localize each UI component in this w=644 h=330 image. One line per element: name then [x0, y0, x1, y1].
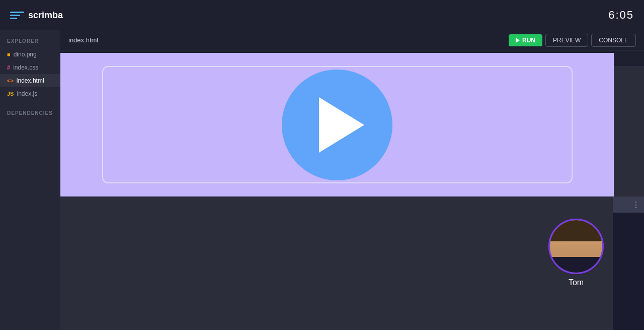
- avatar-container: Tom: [548, 219, 604, 287]
- timer: 6:05: [608, 9, 634, 22]
- logo-icon: [10, 10, 24, 21]
- css-icon: #: [7, 64, 10, 71]
- console-panel: ⋮: [613, 196, 644, 330]
- sidebar-item-index-js[interactable]: JS index.js: [0, 87, 60, 100]
- sidebar: EXPLORER ■ dino.png # index.css <> index…: [0, 30, 60, 330]
- sidebar-item-index-css[interactable]: # index.css: [0, 61, 60, 74]
- sidebar-item-label: index.html: [17, 77, 44, 84]
- preview-purple: [60, 53, 614, 196]
- topbar: scrimba 6:05: [0, 0, 644, 30]
- preview-area: Tom ⋮: [60, 30, 644, 330]
- avatar-hair: [550, 220, 602, 241]
- console-top-bar: ⋮: [613, 196, 644, 213]
- js-icon: JS: [7, 91, 14, 97]
- avatar: [548, 219, 604, 274]
- avatar-jacket: [550, 257, 602, 273]
- dependencies-label: DEPENDENCIES: [0, 110, 60, 116]
- sidebar-item-label: dino.png: [14, 51, 37, 58]
- sidebar-item-index-html[interactable]: <> index.html: [0, 74, 60, 87]
- sidebar-item-label: index.css: [13, 64, 38, 71]
- logo-text: scrimba: [28, 10, 63, 21]
- play-button[interactable]: [282, 70, 392, 180]
- html-icon: <>: [7, 78, 14, 84]
- avatar-face: [550, 220, 602, 273]
- main-area: index.html RUN PREVIEW CONSOLE / <link h…: [60, 30, 644, 330]
- logo: scrimba: [10, 10, 63, 21]
- sidebar-item-dino-png[interactable]: ■ dino.png: [0, 48, 60, 61]
- bottom-dark: Tom: [60, 196, 644, 312]
- img-icon: ■: [7, 51, 11, 57]
- sidebar-item-label: index.js: [17, 90, 37, 97]
- instructor-name: Tom: [569, 278, 584, 287]
- console-menu-icon[interactable]: ⋮: [632, 200, 640, 210]
- play-triangle-icon: [319, 97, 364, 153]
- explorer-label: EXPLORER: [0, 38, 60, 48]
